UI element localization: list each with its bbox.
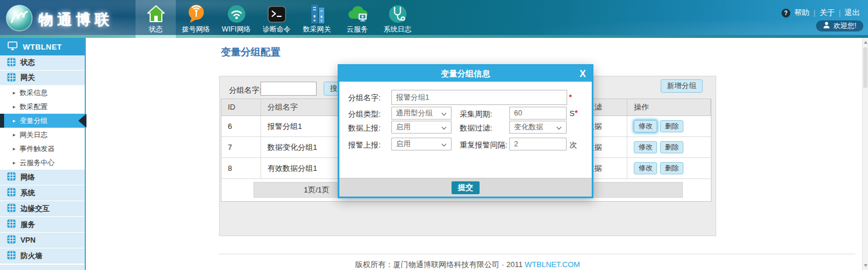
period-unit: S bbox=[570, 109, 575, 118]
caret-right-icon: ▸ bbox=[13, 104, 16, 110]
table-header-id: ID bbox=[221, 99, 261, 115]
sidebar-item-label: 数采信息 bbox=[20, 88, 48, 98]
alarm-report-value: 启用 bbox=[396, 140, 411, 148]
sidebar-item-firewall[interactable]: 防火墙 bbox=[0, 248, 85, 264]
nav-item-label: 云服务 bbox=[347, 26, 368, 33]
nav-item-diagnostic-command[interactable]: 诊断命令 bbox=[256, 0, 297, 38]
nav-item-data-gateway[interactable]: 数采网关 bbox=[297, 0, 337, 38]
grid-icon bbox=[7, 235, 16, 246]
cell-id: 8 bbox=[221, 158, 261, 178]
nav-item-cloud-service[interactable]: 云服务 bbox=[337, 0, 377, 38]
welcome-label: 欢迎您! bbox=[834, 21, 856, 31]
sidebar-item-label: 网关日志 bbox=[20, 130, 48, 140]
chevron-down-icon bbox=[442, 142, 446, 146]
sidebar-item-status[interactable]: 状态 bbox=[0, 55, 85, 71]
about-link[interactable]: 关于 bbox=[820, 8, 835, 18]
grid-icon bbox=[7, 73, 16, 83]
data-filter-select[interactable]: 变化数据 bbox=[509, 121, 567, 134]
sidebar-item-label: 边缘交互 bbox=[20, 204, 50, 214]
edit-button[interactable]: 修改 bbox=[634, 141, 657, 153]
sidebar-item-service[interactable]: 服务 bbox=[0, 217, 85, 233]
sidebar-item-data-info[interactable]: ▸ 数采信息 bbox=[0, 86, 85, 100]
footer-link[interactable]: WTBLNET.COM bbox=[525, 260, 580, 269]
grid-icon bbox=[7, 219, 16, 230]
scroll-down-icon[interactable] bbox=[864, 264, 867, 267]
sidebar-item-label: 网关 bbox=[20, 73, 35, 83]
grid-icon bbox=[7, 58, 16, 68]
cell-id: 7 bbox=[221, 137, 261, 157]
sidebar-item-label: 状态 bbox=[20, 58, 35, 68]
table-header-actions: 操作 bbox=[627, 99, 711, 115]
cell-actions: 修改 删除 bbox=[627, 137, 711, 157]
required-asterisk: * bbox=[575, 108, 578, 117]
grid-icon bbox=[7, 188, 16, 198]
cloud-icon bbox=[346, 0, 369, 26]
sidebar-item-label: 网络 bbox=[20, 173, 35, 183]
sidebar-item-gateway-log[interactable]: ▸ 网关日志 bbox=[0, 128, 85, 142]
nav-item-label: 系统日志 bbox=[384, 26, 412, 33]
interval-unit: 次 bbox=[570, 140, 577, 150]
caret-right-icon: ▸ bbox=[13, 132, 16, 138]
collect-period-input[interactable] bbox=[509, 107, 567, 120]
sidebar-item-system[interactable]: 系统 bbox=[0, 185, 85, 201]
wifi-icon bbox=[226, 0, 247, 26]
footer-divider bbox=[219, 254, 855, 254]
nav-item-system-log[interactable]: 系统日志 bbox=[377, 0, 418, 38]
nav-item-status[interactable]: 状态 bbox=[136, 0, 176, 38]
collect-period-label: 采集周期: bbox=[460, 109, 492, 120]
terminal-icon bbox=[267, 0, 287, 26]
chevron-down-icon bbox=[442, 111, 446, 115]
sidebar-item-data-config[interactable]: ▸ 数采配置 bbox=[0, 100, 85, 114]
header-accent-strip bbox=[0, 35, 868, 38]
dialog-title: 变量分组信息 bbox=[441, 69, 490, 78]
sidebar-item-label: VPN bbox=[20, 236, 36, 244]
help-link[interactable]: 帮助 bbox=[794, 8, 810, 18]
sidebar-item-label: 事件触发器 bbox=[20, 144, 55, 154]
sidebar-item-vpn[interactable]: VPN bbox=[0, 233, 85, 248]
logout-link[interactable]: 退出 bbox=[845, 8, 860, 18]
group-type-select[interactable]: 通用型分组 bbox=[391, 107, 452, 120]
sidebar-item-label: 云服务中心 bbox=[20, 158, 55, 168]
search-input[interactable] bbox=[261, 82, 317, 96]
alarm-report-select[interactable]: 启用 bbox=[391, 138, 452, 150]
scrollbar-thumb[interactable] bbox=[863, 47, 867, 88]
cell-actions: 修改 删除 bbox=[627, 116, 711, 136]
footer-copyright: 版权所有：厦门物通博联网络科技有限公司 · 2011 WTBLNET.COM bbox=[219, 260, 716, 270]
gateway-icon bbox=[307, 0, 327, 26]
scroll-up-icon[interactable] bbox=[864, 41, 867, 44]
logo: 物通博联 bbox=[6, 5, 113, 34]
welcome-button[interactable]: 欢迎您! bbox=[816, 20, 863, 31]
link-separator: | bbox=[814, 9, 815, 17]
caret-right-icon: ▸ bbox=[13, 160, 16, 166]
grid-icon bbox=[7, 204, 16, 214]
scrollbar[interactable] bbox=[862, 38, 868, 270]
submit-button[interactable]: 提交 bbox=[452, 181, 480, 194]
edit-button[interactable]: 修改 bbox=[634, 120, 657, 132]
required-asterisk: * bbox=[569, 93, 572, 101]
close-icon[interactable]: X bbox=[579, 66, 586, 82]
page-title: 变量分组配置 bbox=[221, 45, 280, 59]
delete-button[interactable]: 删除 bbox=[660, 120, 683, 132]
sidebar-partial-row bbox=[0, 264, 85, 270]
group-name-input[interactable] bbox=[391, 90, 567, 105]
add-group-button[interactable]: 新增分组 bbox=[661, 79, 703, 93]
help-icon[interactable]: ? bbox=[782, 9, 790, 17]
sidebar-item-cloud-center[interactable]: ▸ 云服务中心 bbox=[0, 156, 85, 170]
repeat-interval-input[interactable] bbox=[509, 138, 567, 150]
sidebar-item-gateway[interactable]: 网关 bbox=[0, 71, 85, 86]
sidebar-item-network[interactable]: 网络 bbox=[0, 170, 85, 185]
delete-button[interactable]: 删除 bbox=[660, 162, 683, 174]
nav-item-dial-network[interactable]: 拨号网络 bbox=[176, 0, 216, 38]
dial-network-icon bbox=[186, 0, 207, 26]
data-filter-value: 变化数据 bbox=[514, 123, 543, 131]
nav-item-wifi-network[interactable]: WIFI网络 bbox=[216, 0, 256, 38]
cell-actions: 修改 删除 bbox=[627, 158, 711, 178]
data-report-select[interactable]: 启用 bbox=[391, 121, 452, 134]
delete-button[interactable]: 删除 bbox=[660, 141, 683, 153]
cell-id: 6 bbox=[221, 116, 261, 136]
sidebar-item-variable-group[interactable]: ▸ 变量分组 bbox=[0, 114, 85, 128]
alarm-report-label: 报警上报: bbox=[348, 140, 381, 150]
sidebar-item-event-trigger[interactable]: ▸ 事件触发器 bbox=[0, 142, 85, 156]
sidebar-item-edge-interaction[interactable]: 边缘交互 bbox=[0, 201, 85, 217]
edit-button[interactable]: 修改 bbox=[634, 162, 657, 174]
